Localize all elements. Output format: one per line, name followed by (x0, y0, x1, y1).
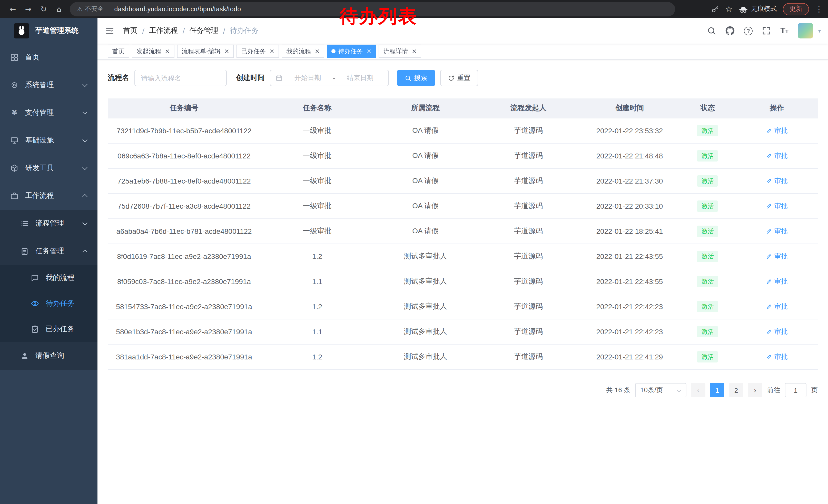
breadcrumb-task-management[interactable]: 任务管理 (190, 26, 218, 35)
browser-back-button[interactable]: ← (5, 4, 20, 13)
approve-button[interactable]: 审批 (766, 302, 788, 311)
fullscreen-icon[interactable] (762, 26, 771, 35)
column-header-status: 状态 (679, 103, 736, 113)
reset-button[interactable]: 重置 (440, 70, 478, 86)
password-key-icon[interactable] (711, 5, 719, 13)
task-name: 1.1 (260, 328, 374, 336)
breadcrumb-home[interactable]: 首页 (123, 26, 137, 35)
tab-done-tasks[interactable]: 已办任务 × (237, 45, 279, 58)
task-create-time: 2022-01-21 22:43:55 (580, 252, 679, 261)
tab-start-process[interactable]: 发起流程 × (132, 45, 174, 58)
start-date-placeholder: 开始日期 (285, 73, 331, 83)
task-initiator: 芋道源码 (477, 327, 580, 336)
approve-button[interactable]: 审批 (766, 126, 788, 135)
task-name: 一级审批 (260, 126, 374, 135)
table-row: 069c6a63-7b8a-11ec-8ef0-acde48001122 一级审… (108, 144, 818, 169)
font-size-icon[interactable]: TT (780, 26, 788, 35)
date-range-picker[interactable]: 开始日期 - 结束日期 (270, 70, 389, 86)
goto-page-input[interactable] (785, 383, 806, 397)
sidebar-item-label: 基础设施 (25, 136, 54, 145)
close-icon[interactable]: × (367, 48, 372, 54)
sidebar-item-todo-tasks[interactable]: 待办任务 (0, 291, 97, 316)
tab-process-detail[interactable]: 流程详情 × (379, 45, 421, 58)
tab-todo-tasks[interactable]: 待办任务 × (327, 45, 376, 58)
prev-page-button[interactable]: ‹ (691, 383, 705, 397)
search-icon[interactable] (707, 26, 716, 35)
status-badge: 激活 (697, 175, 718, 187)
task-process: OA 请假 (374, 126, 477, 135)
sidebar-item-label: 请假查询 (35, 351, 64, 360)
table-row: 75d72608-7b7f-11ec-a3c8-acde48001122 一级审… (108, 194, 818, 219)
avatar-caret-icon[interactable]: ▾ (818, 28, 821, 34)
breadcrumb: 首页 / 工作流程 / 任务管理 / 待办任务 (123, 26, 258, 35)
address-bar[interactable]: ⚠ 不安全 dashboard.yudao.iocoder.cn/bpm/tas… (70, 2, 675, 16)
approve-button[interactable]: 审批 (766, 201, 788, 211)
table-row: 8f0d1619-7ac8-11ec-a9e2-a2380e71991a 1.2… (108, 244, 818, 269)
close-icon[interactable]: × (269, 48, 275, 54)
sidebar-item-process-management[interactable]: 流程管理 (0, 210, 97, 237)
table-row: 58154733-7ac8-11ec-a9e2-a2380e71991a 1.2… (108, 294, 818, 319)
search-button[interactable]: 搜索 (397, 70, 435, 86)
sidebar-item-done-tasks[interactable]: 已办任务 (0, 316, 97, 342)
calendar-icon (276, 74, 283, 82)
sidebar-item-label: 待办任务 (46, 299, 74, 308)
approve-button[interactable]: 审批 (766, 227, 788, 236)
page-size-select[interactable]: 10条/页 (635, 383, 687, 397)
help-icon[interactable]: ? (744, 27, 753, 35)
close-icon[interactable]: × (315, 48, 320, 54)
chrome-update-button[interactable]: 更新 (783, 3, 809, 15)
navbar-actions: ? TT ▾ (707, 23, 828, 39)
close-icon[interactable]: × (412, 48, 417, 54)
tab-process-form-edit[interactable]: 流程表单-编辑 × (177, 45, 234, 58)
approve-button[interactable]: 审批 (766, 277, 788, 286)
github-icon[interactable] (726, 26, 735, 35)
approve-button[interactable]: 审批 (766, 352, 788, 362)
eye-icon (31, 300, 39, 308)
sidebar-item-home[interactable]: 首页 (0, 44, 97, 71)
approve-button[interactable]: 审批 (766, 151, 788, 161)
app-logo[interactable]: 芋道管理系统 (0, 18, 97, 44)
sidebar-item-payment[interactable]: ¥ 支付管理 (0, 99, 97, 127)
tab-home[interactable]: 首页 (108, 45, 129, 58)
bookmark-star-icon[interactable]: ☆ (725, 4, 733, 14)
approve-button[interactable]: 审批 (766, 176, 788, 186)
breadcrumb-workflow[interactable]: 工作流程 (149, 26, 178, 35)
sidebar-item-task-management[interactable]: 任务管理 (0, 237, 97, 265)
tab-my-process[interactable]: 我的流程 × (282, 45, 324, 58)
sidebar-toggle-button[interactable] (97, 26, 122, 35)
page-button-1[interactable]: 1 (710, 383, 724, 397)
chevron-down-icon (83, 82, 87, 87)
edit-pencil-icon (766, 228, 772, 234)
page-button-2[interactable]: 2 (729, 383, 743, 397)
task-create-time: 2022-01-22 18:25:41 (580, 227, 679, 235)
sidebar-item-leave-query[interactable]: 请假查询 (0, 342, 97, 370)
approve-label: 审批 (774, 302, 788, 311)
approve-button[interactable]: 审批 (766, 252, 788, 261)
logo-image (14, 23, 29, 39)
user-avatar[interactable] (798, 23, 813, 39)
browser-reload-button[interactable]: ↻ (36, 4, 51, 13)
next-page-button[interactable]: › (748, 383, 762, 397)
sidebar-item-my-process[interactable]: 我的流程 (0, 265, 97, 291)
process-name-input[interactable] (134, 70, 227, 86)
close-icon[interactable]: × (224, 48, 229, 54)
browser-menu-icon[interactable]: ⋮ (815, 4, 823, 13)
sidebar-item-workflow[interactable]: 工作流程 (0, 182, 97, 210)
sidebar-item-label: 流程管理 (35, 219, 64, 228)
edit-pencil-icon (766, 253, 772, 260)
create-time-label: 创建时间 (236, 73, 265, 83)
sidebar-item-infrastructure[interactable]: 基础设施 (0, 127, 97, 154)
task-table: 任务编号 任务名称 所属流程 流程发起人 创建时间 状态 操作 73211d9d… (108, 98, 818, 370)
browser-home-button[interactable]: ⌂ (51, 4, 67, 13)
close-icon[interactable]: × (165, 48, 170, 54)
chevron-down-icon (83, 110, 87, 114)
browser-forward-button[interactable]: → (20, 4, 36, 13)
sidebar-item-devtools[interactable]: 研发工具 (0, 154, 97, 182)
approve-button[interactable]: 审批 (766, 327, 788, 336)
tab-label: 我的流程 (286, 47, 311, 56)
edit-pencil-icon (766, 278, 772, 284)
tab-label: 流程表单-编辑 (181, 47, 220, 56)
browser-toolbar: ← → ↻ ⌂ ⚠ 不安全 dashboard.yudao.iocoder.cn… (0, 0, 828, 18)
table-row: 580e1b3d-7ac8-11ec-a9e2-a2380e71991a 1.1… (108, 319, 818, 345)
sidebar-item-system[interactable]: 系统管理 (0, 71, 97, 99)
